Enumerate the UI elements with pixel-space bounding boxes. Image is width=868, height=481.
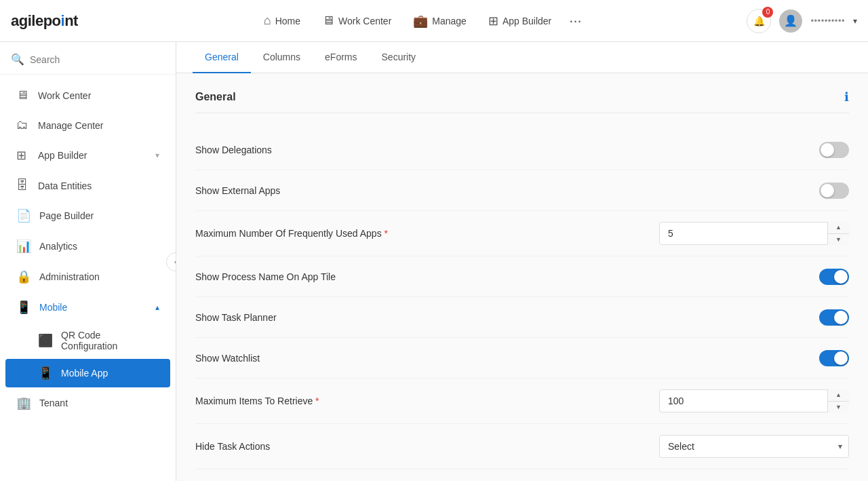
tab-general[interactable]: General: [193, 42, 251, 73]
content-area: ▲ General Columns eForms Security Genera…: [176, 42, 868, 481]
user-chevron-icon[interactable]: ▾: [853, 16, 857, 26]
form-row-4: Show Task Planner: [195, 297, 849, 338]
tab-security[interactable]: Security: [370, 42, 429, 73]
sidebar-item-qrcode[interactable]: ⬛ QR Code Configuration: [5, 323, 170, 358]
sidebar-item-administration[interactable]: 🔒 Administration: [5, 262, 170, 292]
sidebar-item-mobile[interactable]: 📱 Mobile ▴: [5, 292, 170, 322]
form-row-2: Maximum Number Of Frequently Used Apps ▲…: [195, 211, 849, 256]
sidebar-item-pagebuilder[interactable]: 📄 Page Builder: [5, 201, 170, 231]
qrcode-icon: ⬛: [38, 333, 53, 348]
tab-columns[interactable]: Columns: [251, 42, 313, 73]
sidebar-item-appbuilder-label: App Builder: [38, 150, 147, 161]
administration-icon: 🔒: [16, 269, 31, 284]
search-input[interactable]: [30, 54, 165, 65]
form-row-0: Show Delegations: [195, 130, 849, 170]
number-arrows-6: ▲ ▼: [827, 389, 849, 412]
sidebar-item-mobile-label: Mobile: [39, 302, 147, 313]
form-row-3: Show Process Name On App Tile: [195, 256, 849, 297]
nav-workcenter-label: Work Center: [338, 16, 391, 26]
sidebar: 🔍 🖥 Work Center 🗂 Manage Center ⊞ App Bu…: [0, 42, 176, 481]
nav-appbuilder[interactable]: ⊞ App Builder: [479, 8, 561, 34]
section-title: General: [195, 91, 236, 103]
nav-right: 🔔 0 👤 •••••••••• ▾: [747, 9, 857, 33]
form-label-5: Show Watchlist: [195, 353, 819, 364]
toggle-thumb: [834, 311, 848, 324]
avatar[interactable]: 👤: [779, 9, 802, 33]
sidebar-item-appbuilder[interactable]: ⊞ App Builder ▾: [5, 140, 170, 170]
toggle-thumb: [834, 351, 848, 365]
number-up-6[interactable]: ▲: [828, 389, 849, 402]
main-layout: 🔍 🖥 Work Center 🗂 Manage Center ⊞ App Bu…: [0, 42, 868, 481]
toggle-4[interactable]: [819, 309, 849, 326]
toggle-0[interactable]: [819, 142, 849, 158]
section-header: General ℹ: [195, 90, 849, 113]
logo-dot: i: [61, 12, 65, 29]
sidebar-item-tenant[interactable]: 🏢 Tenant: [5, 388, 170, 418]
sidebar-item-workcenter[interactable]: 🖥 Work Center: [5, 81, 170, 110]
appbuilder-sidebar-icon: ⊞: [16, 148, 30, 163]
mobileapp-icon: 📱: [38, 366, 53, 381]
sidebar-item-pagebuilder-label: Page Builder: [39, 210, 159, 221]
toggle-thumb: [821, 143, 834, 157]
form-row-7: Hide Task Actions Select ▾: [195, 424, 849, 469]
info-icon[interactable]: ℹ: [844, 90, 849, 104]
sidebar-item-qrcode-label: QR Code Configuration: [61, 330, 159, 351]
nav-items: ⌂ Home 🖥 Work Center 💼 Manage ⊞ App Buil…: [100, 7, 742, 35]
sidebar-item-managecenter[interactable]: 🗂 Manage Center: [5, 111, 170, 140]
form-label-0: Show Delegations: [195, 145, 819, 155]
user-name: ••••••••••: [810, 16, 845, 26]
sidebar-item-dataentities[interactable]: 🗄 Data Entities: [5, 171, 170, 200]
topnav: agilepoint ⌂ Home 🖥 Work Center 💼 Manage…: [0, 0, 868, 42]
workcenter-icon: 🖥: [322, 14, 334, 28]
toggle-thumb: [834, 270, 848, 284]
sidebar-item-mobileapp[interactable]: 📱 Mobile App: [5, 359, 170, 387]
number-up-2[interactable]: ▲: [828, 222, 849, 234]
toggle-3[interactable]: [819, 269, 849, 285]
notification-button[interactable]: 🔔 0: [747, 9, 771, 33]
toggle-thumb: [821, 184, 834, 197]
bell-icon: 🔔: [753, 16, 765, 26]
number-input-wrap-6: ▲ ▼: [659, 389, 849, 412]
notification-badge: 0: [762, 7, 773, 18]
tab-eforms[interactable]: eForms: [313, 42, 369, 73]
nav-home-label: Home: [275, 16, 300, 26]
number-arrows-2: ▲ ▼: [827, 222, 849, 245]
manage-icon: 💼: [413, 14, 428, 28]
nav-appbuilder-label: App Builder: [502, 16, 551, 26]
number-down-6[interactable]: ▼: [828, 402, 849, 413]
number-down-2[interactable]: ▼: [828, 234, 849, 246]
toggle-1[interactable]: [819, 182, 849, 199]
number-input-6[interactable]: [659, 389, 849, 412]
form-rows: Show DelegationsShow External AppsMaximu…: [195, 130, 849, 469]
nav-home[interactable]: ⌂ Home: [254, 8, 310, 33]
form-label-1: Show External Apps: [195, 185, 819, 196]
sidebar-nav: 🖥 Work Center 🗂 Manage Center ⊞ App Buil…: [0, 75, 176, 481]
number-input-wrap-2: ▲ ▼: [659, 222, 849, 245]
logo: agilepoint: [11, 12, 78, 30]
select-input-7[interactable]: Select: [659, 435, 849, 458]
form-label-6: Maximum Items To Retrieve: [195, 396, 659, 406]
mobile-icon: 📱: [16, 300, 31, 315]
home-icon: ⌂: [264, 14, 271, 28]
form-label-4: Show Task Planner: [195, 312, 819, 323]
nav-manage[interactable]: 💼 Manage: [403, 8, 476, 34]
sidebar-item-analytics-label: Analytics: [39, 241, 159, 252]
nav-workcenter[interactable]: 🖥 Work Center: [313, 8, 401, 33]
managecenter-icon: 🗂: [16, 118, 30, 132]
nav-more[interactable]: ···: [564, 7, 587, 35]
nav-manage-label: Manage: [432, 16, 467, 26]
form-label-7: Hide Task Actions: [195, 441, 659, 452]
form-label-2: Maximum Number Of Frequently Used Apps: [195, 228, 659, 239]
logo-text: agilepoint: [11, 12, 78, 30]
pagebuilder-icon: 📄: [16, 208, 31, 223]
sidebar-item-analytics[interactable]: 📊 Analytics: [5, 231, 170, 261]
tenant-icon: 🏢: [16, 396, 31, 410]
main-content: General ℹ Show DelegationsShow External …: [176, 73, 868, 481]
sidebar-item-tenant-label: Tenant: [39, 398, 159, 408]
number-input-2[interactable]: [659, 222, 849, 245]
tabs-bar: ▲ General Columns eForms Security: [176, 42, 868, 73]
select-wrap-7: Select ▾: [659, 435, 849, 458]
appbuilder-chevron-icon: ▾: [155, 151, 159, 160]
analytics-icon: 📊: [16, 239, 31, 254]
toggle-5[interactable]: [819, 350, 849, 366]
